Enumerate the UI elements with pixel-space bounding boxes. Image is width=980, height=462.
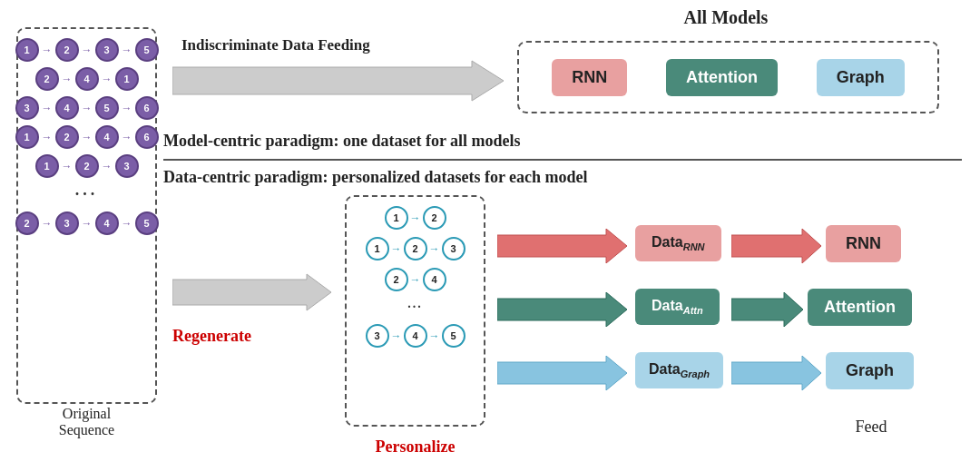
- mid-arrow: →: [429, 242, 440, 256]
- seq-node: 6: [135, 125, 159, 149]
- arrow: →: [62, 73, 73, 86]
- seq-node: 4: [95, 125, 119, 149]
- data-graph-box: DataGraph: [635, 352, 723, 388]
- svg-marker-8: [731, 356, 821, 390]
- final-rnn-box: RNN: [826, 225, 901, 262]
- sequence-row-1: 1 → 2 → 3 → 5: [15, 38, 159, 62]
- sequence-row-5: 1 → 2 → 3: [35, 154, 139, 178]
- data-centric-text: Data-centric paradigm: personalized data…: [163, 168, 588, 187]
- mid-arrow: →: [391, 329, 402, 343]
- attn-feed-arrow: [497, 292, 629, 327]
- mid-node: 2: [385, 268, 408, 291]
- svg-marker-7: [731, 292, 803, 327]
- seq-node: 2: [55, 38, 79, 62]
- mid-node: 4: [404, 324, 427, 348]
- arrow: →: [102, 73, 113, 86]
- seq-node: 2: [55, 125, 79, 149]
- mid-node: 3: [442, 237, 466, 260]
- mid-dots: ···: [407, 300, 423, 315]
- svg-marker-2: [172, 274, 331, 310]
- seq-node: 4: [55, 96, 79, 120]
- arrow: →: [82, 44, 93, 57]
- mid-node: 1: [366, 237, 389, 260]
- mid-node: 4: [423, 268, 446, 291]
- svg-marker-1: [172, 61, 504, 101]
- arrow: →: [82, 217, 93, 231]
- divider: [163, 159, 962, 161]
- all-models-label: All Models: [544, 7, 907, 28]
- seq-node: 2: [35, 67, 59, 91]
- seq-node: 1: [115, 67, 139, 91]
- mid-arrow: →: [429, 329, 440, 343]
- mid-seq-2: 1 → 2 → 3: [366, 237, 466, 260]
- seq-node: 1: [15, 38, 39, 62]
- rnn-model-arrow: [731, 229, 822, 263]
- mid-arrow: →: [391, 242, 402, 256]
- diagram: All Models 1 → 2 → 3 → 5 2 → 4 → 1 3 → 4…: [0, 0, 980, 462]
- seq-node: 3: [55, 211, 79, 235]
- arrow: →: [122, 44, 132, 57]
- data-attn-box: DataAttn: [635, 289, 720, 325]
- rnn-model-box: RNN: [552, 59, 627, 96]
- arrow: →: [42, 131, 53, 144]
- rnn-feed-arrow: [497, 229, 629, 263]
- seq-node: 3: [15, 96, 39, 120]
- data-rnn-box: DataRNN: [635, 225, 721, 261]
- seq-node: 6: [135, 96, 159, 120]
- graph-feed-arrow: [497, 356, 629, 390]
- seq-node: 3: [95, 38, 119, 62]
- final-attn-box: Attention: [808, 289, 912, 326]
- seq-node: 3: [115, 154, 139, 178]
- indiscriminate-arrow: [172, 56, 508, 106]
- seq-node: 4: [75, 67, 99, 91]
- seq-node: 2: [15, 211, 39, 235]
- seq-node: 1: [35, 154, 59, 178]
- mid-node: 3: [366, 324, 389, 348]
- model-centric-text: Model-centric paradigm: one dataset for …: [163, 132, 521, 151]
- mid-arrow: →: [410, 211, 421, 225]
- seq-node: 5: [135, 38, 159, 62]
- feed-label: Feed: [817, 418, 926, 437]
- dots: ···: [75, 185, 99, 204]
- svg-marker-4: [497, 292, 627, 327]
- attention-model-box: Attention: [666, 59, 778, 96]
- sequence-row-3: 3 → 4 → 5 → 6: [15, 96, 159, 120]
- svg-marker-3: [497, 229, 627, 263]
- arrow: →: [42, 102, 53, 115]
- arrow: →: [42, 44, 53, 57]
- arrow: →: [122, 217, 132, 231]
- svg-marker-5: [497, 356, 627, 390]
- sequence-row-4: 1 → 2 → 4 → 6: [15, 125, 159, 149]
- arrow: →: [42, 217, 53, 231]
- seq-node: 5: [95, 96, 119, 120]
- top-models-panel: RNN Attention Graph: [517, 41, 939, 113]
- original-sequences-panel: 1 → 2 → 3 → 5 2 → 4 → 1 3 → 4 → 5 → 6 1: [16, 27, 157, 404]
- attn-model-arrow: [731, 292, 804, 327]
- seq-node: 1: [15, 125, 39, 149]
- regenerate-arrow: [172, 272, 334, 313]
- arrow: →: [122, 102, 132, 115]
- mid-seq-1: 1 → 2: [385, 206, 446, 230]
- mid-node: 2: [423, 206, 446, 230]
- graph-model-arrow: [731, 356, 822, 390]
- personalized-sequences-panel: 1 → 2 1 → 2 → 3 2 → 4 ··· 3 → 4 → 5 Pers…: [345, 195, 485, 427]
- sequence-row-6: 2 → 3 → 4 → 5: [15, 211, 159, 235]
- arrow: →: [82, 131, 93, 144]
- graph-model-box: Graph: [817, 59, 905, 96]
- mid-seq-4: 3 → 4 → 5: [366, 324, 466, 348]
- arrow: →: [102, 160, 113, 173]
- final-graph-box: Graph: [826, 352, 914, 389]
- original-sequence-label: OriginalSequence: [59, 406, 114, 438]
- mid-node: 1: [385, 206, 408, 230]
- seq-node: 2: [75, 154, 99, 178]
- arrow: →: [82, 102, 93, 115]
- arrow: →: [122, 131, 132, 144]
- mid-node: 2: [404, 237, 427, 260]
- personalize-label: Personalize: [376, 437, 456, 457]
- indiscriminate-label: Indiscriminate Data Feeding: [181, 36, 370, 54]
- mid-arrow: →: [410, 273, 421, 287]
- mid-seq-3: 2 → 4: [385, 268, 446, 291]
- seq-node: 4: [95, 211, 119, 235]
- arrow: →: [62, 160, 73, 173]
- mid-node: 5: [442, 324, 466, 348]
